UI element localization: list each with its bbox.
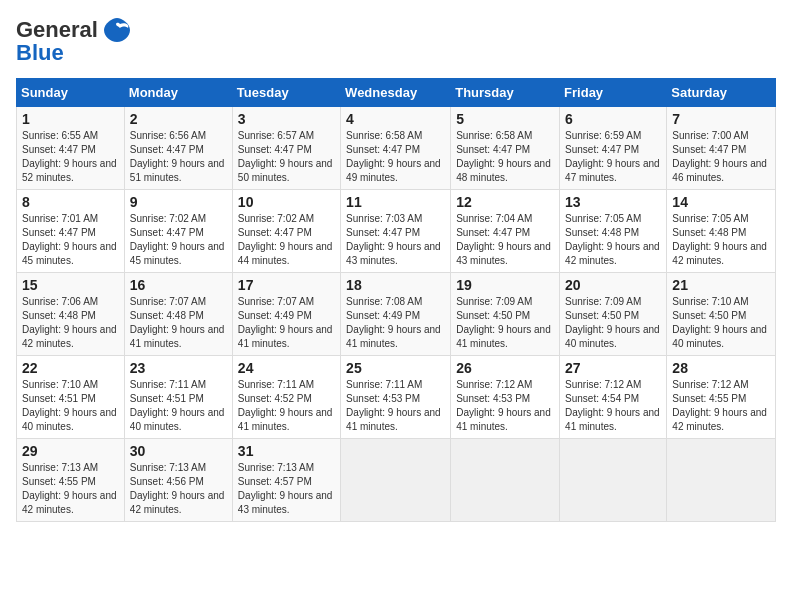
table-row: 18 Sunrise: 7:08 AMSunset: 4:49 PMDaylig… [341, 273, 451, 356]
table-row: 4 Sunrise: 6:58 AMSunset: 4:47 PMDayligh… [341, 107, 451, 190]
table-row [560, 439, 667, 522]
table-row: 10 Sunrise: 7:02 AMSunset: 4:47 PMDaylig… [232, 190, 340, 273]
table-row: 17 Sunrise: 7:07 AMSunset: 4:49 PMDaylig… [232, 273, 340, 356]
logo: General Blue [16, 16, 132, 66]
day-number: 16 [130, 277, 227, 293]
day-number: 5 [456, 111, 554, 127]
table-row: 7 Sunrise: 7:00 AMSunset: 4:47 PMDayligh… [667, 107, 776, 190]
table-row: 21 Sunrise: 7:10 AMSunset: 4:50 PMDaylig… [667, 273, 776, 356]
day-number: 7 [672, 111, 770, 127]
table-row: 9 Sunrise: 7:02 AMSunset: 4:47 PMDayligh… [124, 190, 232, 273]
day-number: 6 [565, 111, 661, 127]
day-number: 31 [238, 443, 335, 459]
day-number: 26 [456, 360, 554, 376]
day-number: 19 [456, 277, 554, 293]
day-info: Sunrise: 7:01 AMSunset: 4:47 PMDaylight:… [22, 213, 117, 266]
table-row: 3 Sunrise: 6:57 AMSunset: 4:47 PMDayligh… [232, 107, 340, 190]
col-sunday: Sunday [17, 79, 125, 107]
day-info: Sunrise: 7:06 AMSunset: 4:48 PMDaylight:… [22, 296, 117, 349]
table-row: 29 Sunrise: 7:13 AMSunset: 4:55 PMDaylig… [17, 439, 125, 522]
day-number: 30 [130, 443, 227, 459]
day-info: Sunrise: 7:00 AMSunset: 4:47 PMDaylight:… [672, 130, 767, 183]
calendar-table: Sunday Monday Tuesday Wednesday Thursday… [16, 78, 776, 522]
table-row: 25 Sunrise: 7:11 AMSunset: 4:53 PMDaylig… [341, 356, 451, 439]
day-number: 3 [238, 111, 335, 127]
table-row: 16 Sunrise: 7:07 AMSunset: 4:48 PMDaylig… [124, 273, 232, 356]
calendar-week-row: 8 Sunrise: 7:01 AMSunset: 4:47 PMDayligh… [17, 190, 776, 273]
table-row: 6 Sunrise: 6:59 AMSunset: 4:47 PMDayligh… [560, 107, 667, 190]
calendar-body: 1 Sunrise: 6:55 AMSunset: 4:47 PMDayligh… [17, 107, 776, 522]
day-number: 22 [22, 360, 119, 376]
table-row [451, 439, 560, 522]
day-number: 21 [672, 277, 770, 293]
table-row: 23 Sunrise: 7:11 AMSunset: 4:51 PMDaylig… [124, 356, 232, 439]
day-number: 1 [22, 111, 119, 127]
day-number: 25 [346, 360, 445, 376]
day-number: 18 [346, 277, 445, 293]
table-row: 2 Sunrise: 6:56 AMSunset: 4:47 PMDayligh… [124, 107, 232, 190]
day-info: Sunrise: 7:13 AMSunset: 4:57 PMDaylight:… [238, 462, 333, 515]
day-info: Sunrise: 7:11 AMSunset: 4:53 PMDaylight:… [346, 379, 441, 432]
day-number: 17 [238, 277, 335, 293]
table-row: 24 Sunrise: 7:11 AMSunset: 4:52 PMDaylig… [232, 356, 340, 439]
table-row: 11 Sunrise: 7:03 AMSunset: 4:47 PMDaylig… [341, 190, 451, 273]
day-info: Sunrise: 7:09 AMSunset: 4:50 PMDaylight:… [456, 296, 551, 349]
day-info: Sunrise: 7:13 AMSunset: 4:56 PMDaylight:… [130, 462, 225, 515]
table-row: 8 Sunrise: 7:01 AMSunset: 4:47 PMDayligh… [17, 190, 125, 273]
day-number: 10 [238, 194, 335, 210]
table-row: 12 Sunrise: 7:04 AMSunset: 4:47 PMDaylig… [451, 190, 560, 273]
calendar-week-row: 15 Sunrise: 7:06 AMSunset: 4:48 PMDaylig… [17, 273, 776, 356]
table-row: 26 Sunrise: 7:12 AMSunset: 4:53 PMDaylig… [451, 356, 560, 439]
day-number: 4 [346, 111, 445, 127]
table-row: 15 Sunrise: 7:06 AMSunset: 4:48 PMDaylig… [17, 273, 125, 356]
day-info: Sunrise: 7:12 AMSunset: 4:54 PMDaylight:… [565, 379, 660, 432]
day-number: 9 [130, 194, 227, 210]
calendar-week-row: 29 Sunrise: 7:13 AMSunset: 4:55 PMDaylig… [17, 439, 776, 522]
day-number: 27 [565, 360, 661, 376]
table-row: 20 Sunrise: 7:09 AMSunset: 4:50 PMDaylig… [560, 273, 667, 356]
day-info: Sunrise: 7:11 AMSunset: 4:51 PMDaylight:… [130, 379, 225, 432]
day-info: Sunrise: 6:55 AMSunset: 4:47 PMDaylight:… [22, 130, 117, 183]
day-info: Sunrise: 6:58 AMSunset: 4:47 PMDaylight:… [346, 130, 441, 183]
col-monday: Monday [124, 79, 232, 107]
day-info: Sunrise: 7:04 AMSunset: 4:47 PMDaylight:… [456, 213, 551, 266]
day-info: Sunrise: 7:07 AMSunset: 4:48 PMDaylight:… [130, 296, 225, 349]
table-row: 30 Sunrise: 7:13 AMSunset: 4:56 PMDaylig… [124, 439, 232, 522]
day-number: 13 [565, 194, 661, 210]
col-thursday: Thursday [451, 79, 560, 107]
day-info: Sunrise: 7:07 AMSunset: 4:49 PMDaylight:… [238, 296, 333, 349]
col-tuesday: Tuesday [232, 79, 340, 107]
day-info: Sunrise: 7:13 AMSunset: 4:55 PMDaylight:… [22, 462, 117, 515]
col-wednesday: Wednesday [341, 79, 451, 107]
day-info: Sunrise: 6:57 AMSunset: 4:47 PMDaylight:… [238, 130, 333, 183]
day-number: 15 [22, 277, 119, 293]
logo-bird-icon [102, 16, 132, 44]
day-number: 12 [456, 194, 554, 210]
day-info: Sunrise: 7:10 AMSunset: 4:51 PMDaylight:… [22, 379, 117, 432]
table-row: 19 Sunrise: 7:09 AMSunset: 4:50 PMDaylig… [451, 273, 560, 356]
table-row: 13 Sunrise: 7:05 AMSunset: 4:48 PMDaylig… [560, 190, 667, 273]
day-number: 20 [565, 277, 661, 293]
day-info: Sunrise: 7:12 AMSunset: 4:53 PMDaylight:… [456, 379, 551, 432]
day-info: Sunrise: 7:12 AMSunset: 4:55 PMDaylight:… [672, 379, 767, 432]
table-row [667, 439, 776, 522]
day-info: Sunrise: 7:09 AMSunset: 4:50 PMDaylight:… [565, 296, 660, 349]
day-number: 8 [22, 194, 119, 210]
day-number: 2 [130, 111, 227, 127]
day-info: Sunrise: 6:59 AMSunset: 4:47 PMDaylight:… [565, 130, 660, 183]
day-number: 29 [22, 443, 119, 459]
table-row [341, 439, 451, 522]
calendar-week-row: 1 Sunrise: 6:55 AMSunset: 4:47 PMDayligh… [17, 107, 776, 190]
table-row: 31 Sunrise: 7:13 AMSunset: 4:57 PMDaylig… [232, 439, 340, 522]
day-info: Sunrise: 7:05 AMSunset: 4:48 PMDaylight:… [565, 213, 660, 266]
col-friday: Friday [560, 79, 667, 107]
day-number: 28 [672, 360, 770, 376]
day-info: Sunrise: 7:02 AMSunset: 4:47 PMDaylight:… [238, 213, 333, 266]
logo-blue: Blue [16, 40, 64, 66]
day-info: Sunrise: 7:08 AMSunset: 4:49 PMDaylight:… [346, 296, 441, 349]
table-row: 14 Sunrise: 7:05 AMSunset: 4:48 PMDaylig… [667, 190, 776, 273]
table-row: 27 Sunrise: 7:12 AMSunset: 4:54 PMDaylig… [560, 356, 667, 439]
calendar-header-row: Sunday Monday Tuesday Wednesday Thursday… [17, 79, 776, 107]
day-info: Sunrise: 7:03 AMSunset: 4:47 PMDaylight:… [346, 213, 441, 266]
table-row: 28 Sunrise: 7:12 AMSunset: 4:55 PMDaylig… [667, 356, 776, 439]
